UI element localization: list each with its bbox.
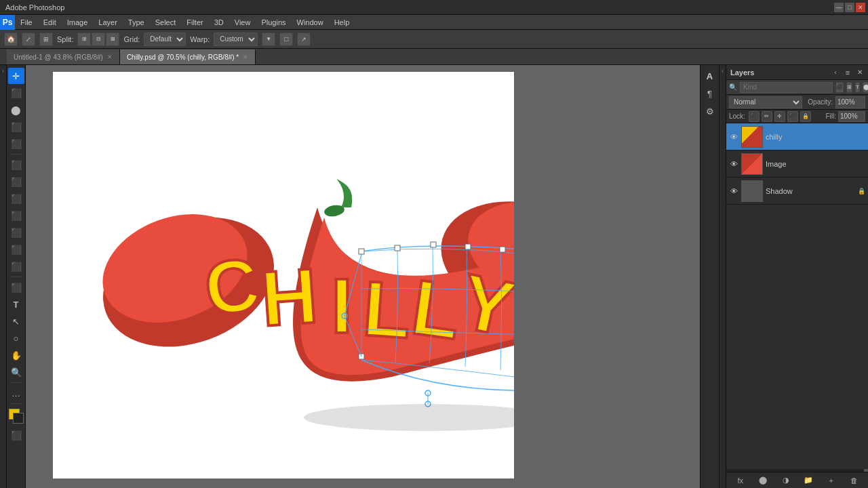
lock-artboard[interactable]: ⬛ (787, 111, 798, 122)
tool-stamp[interactable]: ⬛ (8, 190, 24, 207)
add-mask[interactable]: ⬤ (757, 474, 769, 487)
tool-pen[interactable]: ⬛ (8, 279, 24, 296)
minimize-button[interactable]: — (834, 3, 844, 12)
move-tool-option[interactable]: ⤢ (22, 33, 35, 46)
tab-untitled[interactable]: Untitled-1 @ 43.8% (RGB/8#) ✕ (7, 49, 120, 64)
svg-rect-16 (431, 242, 436, 247)
tool-move[interactable]: ✛ (8, 68, 24, 84)
menu-plugins[interactable]: Plugins (256, 16, 291, 28)
menu-window[interactable]: Window (292, 16, 329, 28)
tool-gradient[interactable]: ⬛ (8, 241, 24, 258)
tool-marquee[interactable]: ⬛ (8, 85, 24, 101)
right-tool-para[interactable]: ¶ (702, 85, 718, 102)
filter-shape[interactable]: ⬤ (863, 82, 868, 93)
filter-pixel[interactable]: ⬛ (835, 82, 844, 93)
menu-edit[interactable]: Edit (38, 16, 62, 28)
menu-layer[interactable]: Layer (93, 16, 123, 28)
layers-list: 👁 chilly 👁 Image 👁 Shadow 🔒 (726, 123, 868, 469)
layer-thumb-image (741, 153, 763, 175)
tool-dodge[interactable]: ⬛ (8, 258, 24, 274)
layer-row-shadow[interactable]: 👁 Shadow 🔒 (726, 178, 868, 205)
menu-image[interactable]: Image (62, 16, 94, 28)
tool-hand[interactable]: ✋ (8, 347, 24, 363)
layers-panel: Layers ‹ ≡ ✕ 🔍 ⬛ ⊞ T ⬤ ⚙ ● Normal Opacit… (726, 65, 868, 488)
menu-file[interactable]: File (15, 16, 38, 28)
delete-layer[interactable]: 🗑 (848, 474, 860, 487)
tool-lasso[interactable]: ⬤ (8, 102, 24, 118)
scrollbar-thumb[interactable] (864, 469, 868, 472)
grid-label: Grid: (123, 35, 140, 43)
layers-close[interactable]: ✕ (856, 68, 864, 77)
split-btn-3[interactable]: ⊠ (106, 33, 119, 46)
layer-vis-chilly[interactable]: 👁 (729, 132, 738, 142)
tool-brush[interactable]: ⬛ (8, 174, 24, 190)
grid-select[interactable]: Default (144, 33, 186, 46)
tool-crop[interactable]: ⬛ (8, 119, 24, 135)
collapse-left-panel[interactable]: › (0, 65, 7, 488)
right-tool-type[interactable]: A (702, 68, 718, 84)
layer-row-image[interactable]: 👁 Image (726, 150, 868, 178)
tool-more[interactable]: … (8, 385, 24, 401)
tab-chilly-close[interactable]: ✕ (243, 54, 248, 60)
split-btn-1[interactable]: ⊞ (77, 33, 91, 46)
lock-pixels[interactable]: ⬛ (749, 111, 760, 122)
split-btn-2[interactable]: ⊟ (92, 33, 105, 46)
warp-dropdown[interactable]: ▼ (262, 33, 275, 46)
add-group[interactable]: 📁 (802, 474, 814, 487)
close-button[interactable]: ✕ (856, 3, 865, 12)
lock-move[interactable]: ✛ (774, 111, 785, 122)
quick-mask[interactable]: ⬛ (8, 427, 24, 443)
filter-type[interactable]: T (855, 82, 860, 93)
svg-text:C: C (199, 241, 264, 331)
menu-type[interactable]: Type (123, 16, 150, 28)
lock-all[interactable]: 🔒 (800, 111, 811, 122)
maximize-button[interactable]: □ (845, 3, 854, 12)
tool-path-select[interactable]: ↖ (8, 313, 24, 329)
canvas-area[interactable]: C H I L L Y (26, 65, 700, 488)
tool-history-brush[interactable]: ⬛ (8, 207, 24, 224)
menu-select[interactable]: Select (150, 16, 182, 28)
layers-collapse[interactable]: ‹ (831, 68, 840, 77)
warp-confirm[interactable]: □ (279, 33, 293, 46)
tool-heal[interactable]: ⬛ (8, 157, 24, 173)
blend-mode-select[interactable]: Normal (729, 96, 802, 108)
tool-zoom[interactable]: 🔍 (8, 364, 24, 380)
fill-input[interactable] (838, 111, 865, 122)
layers-scrollbar[interactable] (726, 469, 868, 472)
menu-filter[interactable]: Filter (181, 16, 208, 28)
window-controls: — □ ✕ (834, 3, 868, 12)
add-layer-style[interactable]: fx (734, 474, 747, 487)
layer-vis-shadow[interactable]: 👁 (729, 186, 738, 196)
layer-row-chilly[interactable]: 👁 chilly (726, 123, 868, 150)
menu-view[interactable]: View (229, 16, 256, 28)
warp-export[interactable]: ↗ (297, 33, 311, 46)
grid-option[interactable]: ⊞ (39, 33, 53, 46)
right-tool-settings[interactable]: ⚙ (702, 103, 718, 119)
background-color[interactable] (13, 413, 24, 424)
tool-eyedropper[interactable]: ⬛ (8, 136, 24, 152)
add-adjustment[interactable]: ◑ (780, 474, 792, 487)
split-label: Split: (57, 35, 73, 43)
layers-menu[interactable]: ≡ (842, 67, 853, 78)
home-button[interactable]: 🏠 (4, 33, 18, 46)
filter-adjust[interactable]: ⊞ (846, 82, 852, 93)
tab-untitled-label: Untitled-1 @ 43.8% (RGB/8#) (14, 54, 103, 61)
app-title: Adobe Photoshop (0, 3, 64, 12)
tool-eraser[interactable]: ⬛ (8, 224, 24, 241)
layer-name-chilly: chilly (766, 133, 865, 141)
collapse-right-panel[interactable]: ‹ (719, 65, 726, 488)
menu-help[interactable]: Help (329, 16, 355, 28)
svg-text:I: I (331, 262, 353, 349)
tool-shape[interactable]: ○ (8, 330, 24, 346)
tool-type[interactable]: T (8, 296, 24, 312)
layers-search-input[interactable] (740, 82, 833, 93)
layer-vis-image[interactable]: 👁 (729, 159, 738, 169)
add-layer[interactable]: + (825, 474, 837, 487)
warp-select[interactable]: Custom (214, 33, 258, 46)
tab-untitled-close[interactable]: ✕ (107, 54, 113, 60)
menu-3d[interactable]: 3D (209, 16, 229, 28)
tab-chilly[interactable]: Chilly.psd @ 70.5% (chilly, RGB/8#) * ✕ (120, 49, 256, 64)
lock-position[interactable]: ✏ (762, 111, 772, 122)
opacity-input[interactable] (835, 96, 865, 108)
svg-rect-17 (465, 244, 471, 249)
